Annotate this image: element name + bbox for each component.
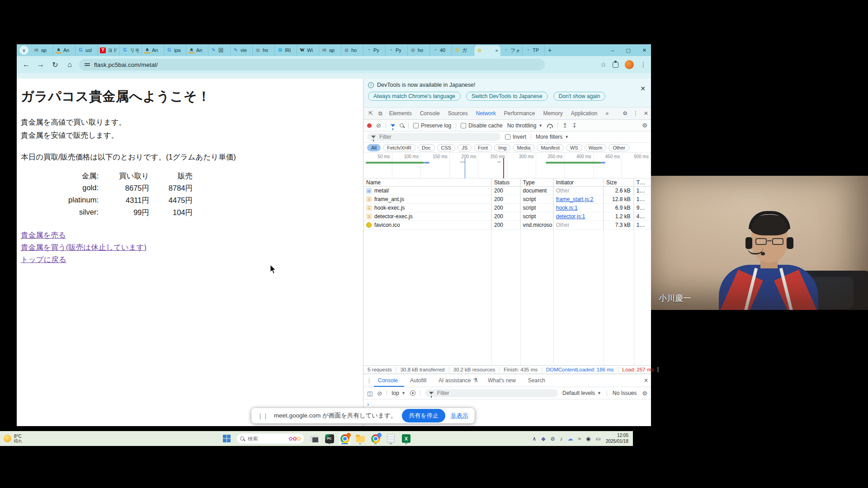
browser-tab[interactable]: W Wi × [297,44,319,56]
browser-tab[interactable]: m ap × [319,44,341,56]
tab-search-button[interactable]: ∨ [19,46,28,55]
browser-tab[interactable]: ◔ 40 × [430,44,452,56]
devtools-tab[interactable]: Sources [444,110,472,117]
clear-icon[interactable]: ⊘ [376,122,381,129]
bookmark-star-icon[interactable]: ☆ [600,61,606,68]
console-drawer-tab[interactable]: AI assistance⚗ [434,374,482,387]
filter-chip[interactable]: JS [458,144,472,151]
network-column-header[interactable]: Status [491,178,520,187]
browser-tab[interactable]: ◍ ho × [341,44,363,56]
devtools-tab[interactable]: Memory [539,110,566,117]
chrome-app-icon[interactable] [339,432,351,445]
drawer-menu-icon[interactable]: ⋮ [366,377,372,384]
browser-tab[interactable]: ✎ vie × [231,44,253,56]
excel-app-icon[interactable]: X [400,432,412,445]
tray-icon[interactable]: ◉ [586,436,590,442]
devtools-tab[interactable]: Application [567,110,601,117]
console-drawer-tab[interactable]: What's new [484,374,522,387]
device-toolbar-icon[interactable]: ⧉ [376,110,385,117]
filter-chip[interactable]: Manifest [537,144,564,151]
console-clear-icon[interactable]: ⊘ [377,390,382,397]
import-har-icon[interactable]: ↥ [562,122,567,129]
network-request-row[interactable]: ☰frame_ant.js 200 script frame_start.js:… [363,195,651,204]
network-settings-icon[interactable]: ⚙ [642,122,647,129]
banner-close-icon[interactable]: ✕ [640,85,646,92]
taskbar-clock[interactable]: 12:05 2025/01/18 [606,433,628,444]
console-settings-icon[interactable]: ⚙ [642,390,647,397]
console-drawer-tab[interactable]: Console [374,374,404,387]
browser-tab[interactable]: ◍ ho × [408,44,430,56]
inspect-element-icon[interactable]: ⇱ [366,110,375,117]
browser-tab[interactable]: ◍ ho × [253,44,275,56]
browser-tab[interactable]: ✿ ガ × [452,44,474,56]
browser-menu-icon[interactable]: ⋮ [640,61,646,68]
devtools-settings-icon[interactable]: ⚙ [623,110,627,117]
disable-cache-checkbox[interactable]: Disable cache [461,122,502,129]
browser-tab[interactable]: G ipa × [164,44,186,56]
browser-tab[interactable]: ◔ Py × [363,44,386,56]
filter-toggle-icon[interactable] [391,124,395,127]
back-button[interactable]: ← [21,61,31,69]
network-column-header[interactable]: Name [363,178,491,187]
filter-chip[interactable]: WS [566,144,582,151]
console-prompt[interactable]: › [363,399,651,408]
network-conditions-icon[interactable] [547,124,553,127]
filter-chip[interactable]: Media [513,144,534,151]
banner-button[interactable]: Switch DevTools to Japanese [466,92,548,101]
live-expression-icon[interactable] [410,390,415,396]
page-link[interactable]: 貴金属を買う(販売は休止しています) [21,243,146,253]
task-view-button[interactable] [308,432,320,445]
filter-chip[interactable]: All [367,144,381,151]
profile-avatar[interactable] [625,60,634,69]
log-levels-dropdown[interactable]: Default levels▼ [562,390,601,396]
devtools-menu-icon[interactable]: ⋮ [633,110,638,117]
invert-checkbox[interactable]: Invert [505,134,526,140]
browser-tab[interactable]: a An × [53,44,75,56]
filter-chip[interactable]: Font [474,144,492,151]
banner-button[interactable]: Don't show again [553,92,606,101]
devtools-tab[interactable]: Elements [386,110,415,117]
network-column-header[interactable]: Type [520,178,553,187]
home-button[interactable]: ⌂ [65,61,75,69]
request-initiator[interactable]: Other [556,188,570,194]
browser-tab[interactable]: a An × [186,44,208,56]
maximize-button[interactable]: ▢ [626,47,630,53]
request-initiator[interactable]: frame_start.js:2 [556,196,594,202]
devtools-tab[interactable]: Network [472,110,500,117]
console-sidebar-icon[interactable]: ◫ [367,390,373,397]
console-drawer-tab[interactable]: Autofill [406,374,433,387]
browser-tab[interactable]: m ap × [31,44,53,56]
tray-icon[interactable]: ∧ [532,436,536,442]
tray-icon[interactable]: ♪ [560,436,563,442]
browser-tab[interactable]: ✿ × [474,45,500,56]
address-bar[interactable]: flask.pc5bai.com/metal/ [79,59,545,70]
forward-button[interactable]: → [36,61,46,69]
tray-icon[interactable]: ◆ [541,436,545,442]
tab-close-icon[interactable]: × [495,48,498,53]
page-link[interactable]: トップに戻る [21,255,66,265]
export-har-icon[interactable]: ↧ [572,122,577,129]
throttling-dropdown[interactable]: No throttling▼ [507,122,543,129]
filter-chip[interactable]: Img [494,144,510,151]
network-column-header[interactable]: Initiator [553,178,604,187]
preserve-log-checkbox[interactable]: Preserve log [413,122,451,129]
filter-chip[interactable]: Wasm [585,144,607,151]
browser-tab[interactable]: Y ヨド × [98,44,120,56]
browser-tab[interactable]: a An × [142,44,164,56]
filter-chip[interactable]: CSS [437,144,456,151]
tray-icon[interactable]: ☁ [568,436,573,442]
pycharm-app-icon[interactable]: PC [323,432,335,445]
console-filter-input[interactable] [425,389,558,397]
browser-tab[interactable]: G リモ × [120,44,142,56]
network-request-row[interactable]: ☰hook-exec.js 200 script hook.js:1 6.9 k… [363,204,651,212]
new-tab-button[interactable]: + [545,44,555,56]
notepad-app-icon[interactable] [385,432,397,445]
file-explorer-icon[interactable] [354,432,366,445]
browser-tab[interactable]: G usl × [75,44,98,56]
minimize-button[interactable]: – [611,47,614,53]
network-request-row[interactable]: ▤metal/ 200 document Other 2.6 kB 1… [363,187,651,195]
console-drawer-tab[interactable]: Search [524,374,552,387]
network-filter-input[interactable] [367,133,500,141]
start-button[interactable] [221,432,233,445]
console-context-dropdown[interactable]: top▼ [392,390,406,396]
